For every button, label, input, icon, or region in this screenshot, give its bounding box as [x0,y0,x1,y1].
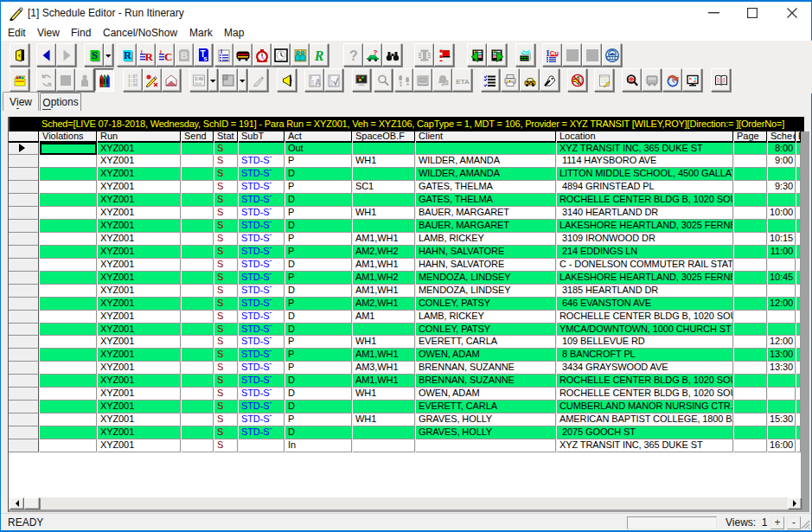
svg-text:ETA: ETA [456,78,470,86]
svg-text:s: s [203,54,208,62]
svg-text:I: I [221,48,222,54]
svg-text:1:40: 1:40 [128,83,137,87]
svg-text:?: ? [374,48,378,56]
svg-text:S: S [92,49,98,61]
svg-text:?: ? [349,48,358,62]
svg-text:B: B [181,50,188,61]
svg-text:R: R [123,49,131,61]
svg-text:C: C [164,50,172,62]
svg-text:R: R [314,48,324,62]
svg-text:R: R [145,50,154,62]
svg-text:Text: Text [195,81,202,86]
svg-text:A: A [315,78,321,87]
